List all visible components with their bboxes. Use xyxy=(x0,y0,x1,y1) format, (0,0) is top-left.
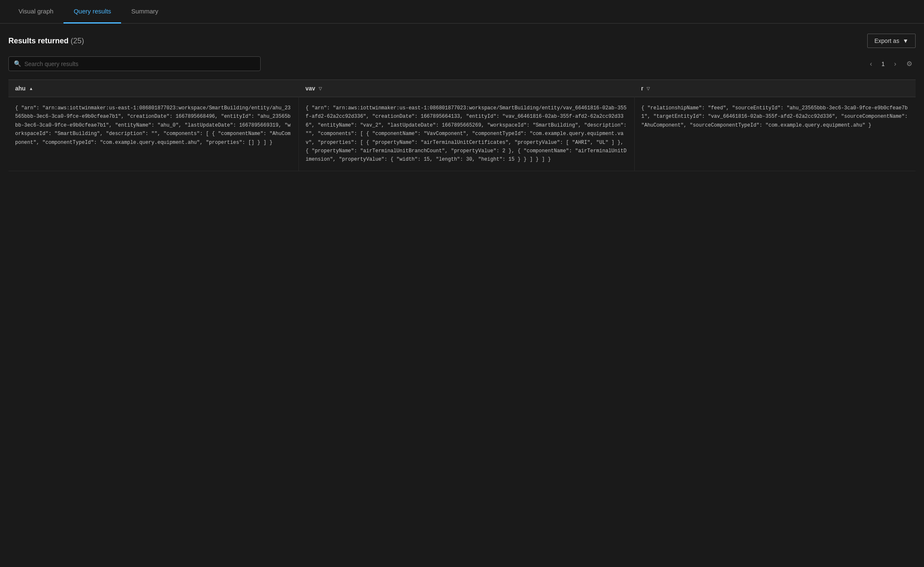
col-r-label: r xyxy=(641,85,643,92)
col-r-sort-icon: ▽ xyxy=(647,86,650,91)
settings-button[interactable]: ⚙ xyxy=(903,58,916,69)
search-input[interactable] xyxy=(24,61,255,67)
results-header: Results returned (25) Export as ▼ xyxy=(8,34,916,48)
col-ahu-label: ahu xyxy=(15,85,26,92)
tab-summary[interactable]: Summary xyxy=(121,0,168,24)
cell-r-0: { "relationshipName": "feed", "sourceEnt… xyxy=(634,97,916,171)
pagination-controls: ‹ 1 › ⚙ xyxy=(866,58,916,69)
tab-bar: Visual graph Query results Summary xyxy=(0,0,924,24)
cell-content-r-0: { "relationshipName": "feed", "sourceEnt… xyxy=(642,104,909,130)
cell-content-ahu-0: { "arn": "arn:aws:iottwinmaker:us-east-1… xyxy=(15,104,292,147)
cell-content-vav-0: { "arn": "arn:aws:iottwinmaker:us-east-1… xyxy=(306,104,627,164)
tab-visual-graph[interactable]: Visual graph xyxy=(8,0,63,24)
search-row: 🔍 ‹ 1 › ⚙ xyxy=(8,56,916,71)
search-container: 🔍 xyxy=(8,56,261,71)
tab-query-results[interactable]: Query results xyxy=(63,0,121,24)
col-vav-label: vav xyxy=(306,85,315,92)
table-header-row: ahu ▲ vav ▽ r ▽ xyxy=(8,80,916,97)
column-header-r[interactable]: r ▽ xyxy=(634,80,916,97)
main-content: Results returned (25) Export as ▼ 🔍 ‹ 1 … xyxy=(0,24,924,567)
col-vav-sort-icon: ▽ xyxy=(319,86,322,91)
prev-page-button[interactable]: ‹ xyxy=(866,58,875,69)
export-button[interactable]: Export as ▼ xyxy=(867,34,916,48)
export-label: Export as xyxy=(874,37,899,44)
results-table: ahu ▲ vav ▽ r ▽ xyxy=(8,79,916,171)
results-count: (25) xyxy=(71,37,84,45)
results-title: Results returned (25) xyxy=(8,37,84,45)
next-page-button[interactable]: › xyxy=(891,58,900,69)
results-title-text: Results returned xyxy=(8,37,69,45)
page-number: 1 xyxy=(879,61,887,67)
cell-ahu-0: { "arn": "arn:aws:iottwinmaker:us-east-1… xyxy=(8,97,299,171)
cell-vav-0: { "arn": "arn:aws:iottwinmaker:us-east-1… xyxy=(299,97,634,171)
export-chevron-icon: ▼ xyxy=(903,37,908,44)
column-header-vav[interactable]: vav ▽ xyxy=(299,80,634,97)
col-ahu-sort-icon: ▲ xyxy=(29,86,33,91)
search-icon: 🔍 xyxy=(14,60,21,67)
table-row: { "arn": "arn:aws:iottwinmaker:us-east-1… xyxy=(8,97,916,171)
column-header-ahu[interactable]: ahu ▲ xyxy=(8,80,299,97)
app-container: Visual graph Query results Summary Resul… xyxy=(0,0,924,567)
